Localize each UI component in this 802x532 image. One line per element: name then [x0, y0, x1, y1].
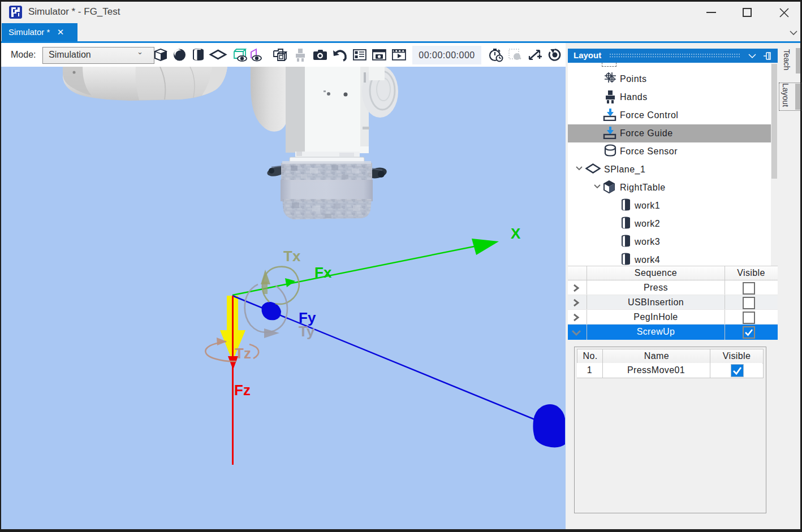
svg-text:Fz: Fz — [234, 382, 251, 399]
svg-text:Fx: Fx — [314, 264, 332, 281]
svg-text:Tx: Tx — [283, 248, 301, 265]
svg-text:X: X — [511, 225, 521, 242]
svg-text:Tz: Tz — [235, 345, 251, 362]
svg-text:Ty: Ty — [299, 323, 315, 340]
